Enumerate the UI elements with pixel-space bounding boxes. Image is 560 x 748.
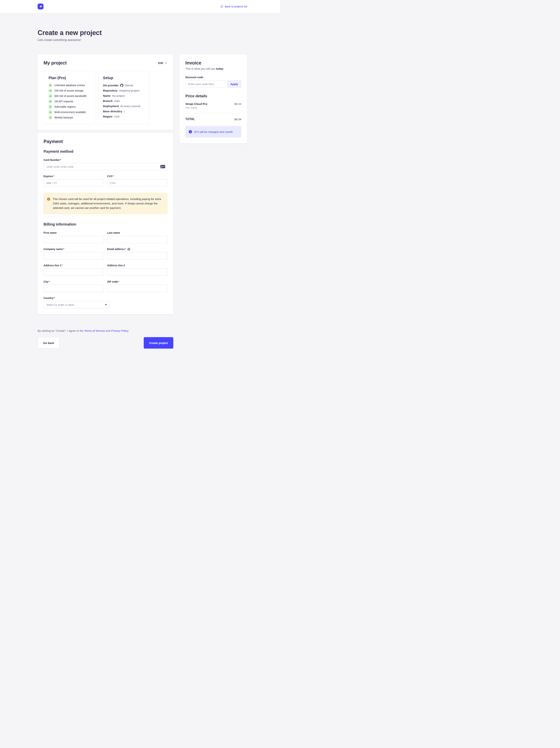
next-month-charge-note: i $75 will be charged next month. — [185, 126, 241, 138]
payment-card: Payment Payment method Card Number* — [38, 133, 173, 314]
zip-code-input[interactable] — [107, 285, 168, 292]
card-usage-notice-text: The chosen card will be used for all pro… — [53, 197, 163, 210]
expires-label: Expires* — [44, 175, 104, 178]
strapi-logo-icon — [39, 4, 43, 8]
city-label: City* — [44, 280, 104, 283]
create-project-button[interactable]: Create project — [144, 337, 173, 349]
back-to-projects-link[interactable]: Back to projects list — [220, 5, 247, 8]
project-summary-card: My project Edit Plan (Pro) — [38, 54, 173, 130]
plan-feature: Selectable regions — [49, 105, 91, 109]
cvc-input[interactable] — [107, 179, 168, 187]
required-marker: * — [62, 264, 63, 267]
required-marker: * — [63, 248, 64, 251]
setup-row-branch: Branch main — [103, 99, 145, 102]
setup-box: Setup Git provider GitHub — [98, 71, 149, 124]
project-card-title: My project — [44, 60, 67, 66]
setup-value: my-project — [112, 94, 125, 97]
card-usage-notice: ! The chosen card will be used for all p… — [44, 193, 167, 214]
expires-input[interactable] — [44, 179, 104, 187]
plan-feature: Weekly backups — [49, 116, 91, 119]
setup-row-repository: Repository strapi/my-project — [103, 89, 145, 92]
invoice-title: Invoice — [185, 60, 241, 66]
setup-value: GitHub — [124, 84, 133, 87]
address-line-1-label: Address line 1* — [44, 264, 104, 267]
privacy-policy-link[interactable]: Privacy Policy — [111, 329, 128, 332]
invoice-subtitle-emphasis: today — [216, 67, 223, 70]
plan-feature: 250 GB of assets storage — [49, 89, 91, 92]
invoice-subtitle: This is what you will pay today — [185, 67, 241, 70]
credit-card-icon — [161, 165, 165, 168]
address-line-1-input[interactable] — [44, 268, 104, 276]
first-name-label: First name — [44, 231, 104, 234]
required-marker: * — [118, 280, 119, 283]
total-label: TOTAL — [185, 117, 195, 121]
invoice-card: Invoice This is what you will pay today … — [179, 54, 247, 143]
total-amount: $8.04 — [234, 118, 241, 121]
setup-value: main — [114, 99, 120, 102]
last-name-label: Last name — [107, 231, 168, 234]
setup-value: USA — [114, 115, 120, 118]
plan-feature-label: 1M API requests — [54, 100, 73, 103]
zip-code-label: ZIP code* — [107, 280, 168, 283]
warning-icon: ! — [47, 197, 50, 201]
info-icon: i — [189, 130, 192, 134]
address-line-2-label: Address line 2 — [107, 264, 168, 267]
required-marker: * — [49, 280, 50, 283]
plan-feature: Unlimited database entries — [49, 84, 91, 87]
check-icon — [49, 110, 52, 114]
plan-feature-label: Weekly backups — [54, 116, 73, 119]
setup-row-region: Region USA — [103, 115, 145, 118]
address-line-2-input[interactable] — [107, 268, 168, 276]
check-icon — [49, 105, 52, 109]
top-bar: Back to projects list — [0, 0, 280, 13]
discount-code-input[interactable] — [185, 80, 225, 88]
apply-discount-button[interactable]: Apply — [227, 80, 241, 88]
email-address-input[interactable] — [107, 252, 168, 259]
required-marker: * — [53, 175, 54, 178]
edit-project-button[interactable]: Edit — [158, 62, 167, 65]
cvc-label: CVC* — [107, 175, 168, 178]
strapi-logo[interactable] — [38, 3, 44, 9]
country-select[interactable]: Select or enter a value — [44, 301, 110, 308]
line-item-amount: $8.04 — [234, 102, 241, 109]
card-number-label: Card Number* — [44, 159, 167, 161]
company-name-input[interactable] — [44, 252, 104, 259]
price-details-title: Price details — [185, 94, 241, 98]
setup-row-git-provider: Git provider GitHub — [103, 84, 145, 87]
setup-row-name: Name my-project — [103, 94, 145, 97]
go-back-button[interactable]: Go back — [38, 337, 59, 349]
discount-code-label: Discount code — [185, 76, 241, 79]
country-select-placeholder: Select or enter a value — [46, 303, 74, 306]
first-name-input[interactable] — [44, 236, 104, 243]
last-name-input[interactable] — [107, 236, 168, 243]
check-icon — [49, 94, 52, 98]
card-number-input[interactable] — [44, 163, 167, 170]
chevron-down-icon — [105, 304, 107, 305]
email-info-icon[interactable]: i — [127, 248, 130, 251]
setup-title: Setup — [103, 76, 145, 80]
plan-feature-label: Unlimited database entries — [54, 84, 85, 87]
country-label: Country* — [44, 297, 110, 300]
plan-feature-label: Multi-environment available — [54, 111, 86, 114]
pencil-icon — [165, 62, 167, 64]
setup-row-deployment: Deployment At every commit — [103, 104, 145, 108]
setup-value: / — [124, 110, 124, 113]
page-content: Create a new project Lets create somethi… — [38, 13, 247, 368]
required-marker: * — [125, 248, 126, 251]
plan-feature: 1M API requests — [49, 99, 91, 103]
page-subtitle: Lets create something awesome! — [38, 38, 247, 42]
setup-list: Git provider GitHub Repository — [103, 84, 145, 118]
city-input[interactable] — [44, 285, 104, 292]
billing-information-title: Billing information — [44, 222, 167, 227]
check-icon — [49, 116, 52, 119]
company-name-label: Company name* — [44, 248, 104, 251]
plan-feature: 500 GB of assets bandwidth — [49, 94, 91, 98]
next-month-charge-text: $75 will be charged next month. — [194, 130, 234, 134]
terms-agreement-text: By clicking on "Create", I agree to the … — [38, 329, 173, 332]
terms-of-service-link[interactable]: Terms of Service — [84, 329, 105, 332]
github-icon — [120, 84, 123, 87]
total-row: TOTAL $8.04 — [185, 117, 241, 121]
back-link-label: Back to projects list — [225, 5, 247, 8]
email-address-label: Email address* i — [107, 248, 168, 251]
page-title: Create a new project — [38, 29, 247, 37]
